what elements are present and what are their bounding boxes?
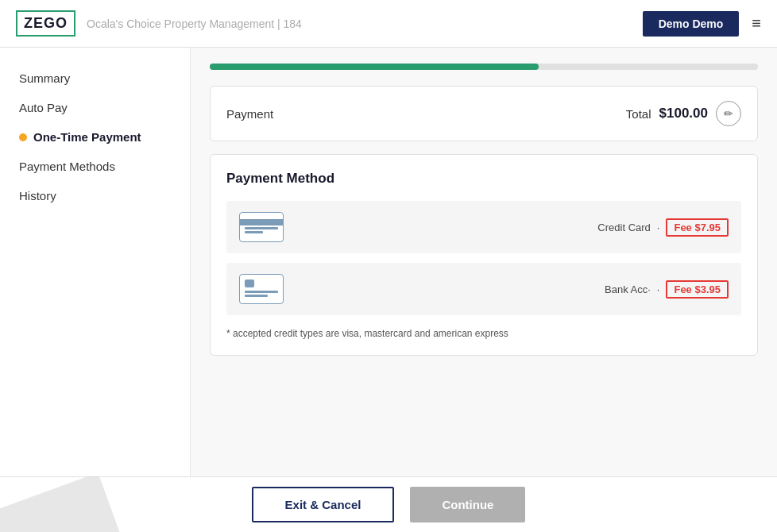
credit-card-icon — [239, 212, 284, 242]
payment-summary-card: Payment Total $100.00 ✏ — [210, 86, 758, 141]
progress-bar-container — [210, 64, 758, 70]
footer-decoration — [0, 476, 159, 532]
sidebar-label-summary: Summary — [19, 71, 70, 85]
bank-account-icon — [239, 274, 284, 304]
total-label: Total — [626, 107, 651, 121]
footer: Exit & Cancel Continue — [0, 476, 777, 532]
sidebar: Summary Auto Pay One-Time Payment Paymen… — [0, 48, 191, 476]
sidebar-label-payment-methods: Payment Methods — [19, 160, 115, 173]
bank-account-label: Bank Acc· — [605, 283, 651, 295]
sidebar-item-auto-pay[interactable]: Auto Pay — [0, 93, 190, 122]
sidebar-label-one-time-payment: One-Time Payment — [33, 130, 141, 144]
bank-account-right: Bank Acc· · Fee $3.95 — [605, 280, 729, 299]
main-layout: Summary Auto Pay One-Time Payment Paymen… — [0, 48, 777, 476]
payment-total: Total $100.00 ✏ — [626, 101, 741, 126]
sidebar-item-one-time-payment[interactable]: One-Time Payment — [0, 122, 190, 152]
sidebar-label-history: History — [19, 189, 56, 202]
sidebar-label-auto-pay: Auto Pay — [19, 101, 68, 114]
credit-card-separator: · — [657, 222, 660, 233]
sidebar-item-payment-methods[interactable]: Payment Methods — [0, 152, 190, 181]
bank-account-fee: Fee $3.95 — [666, 280, 729, 299]
continue-button[interactable]: Continue — [410, 487, 525, 522]
payment-label: Payment — [226, 107, 273, 121]
accepted-note: * accepted credit types are visa, master… — [226, 328, 741, 339]
payment-method-card: Payment Method Credit Card · Fee $7.9 — [210, 154, 758, 356]
sidebar-item-summary[interactable]: Summary — [0, 64, 190, 93]
exit-cancel-button[interactable]: Exit & Cancel — [252, 487, 395, 522]
app-header: ZEGO Ocala's Choice Property Management … — [0, 0, 777, 48]
main-content: Payment Total $100.00 ✏ Payment Method — [191, 48, 777, 476]
company-name: Ocala's Choice Property Management | 184 — [87, 17, 302, 30]
logo: ZEGO — [16, 10, 75, 37]
credit-card-option[interactable]: Credit Card · Fee $7.95 — [226, 201, 741, 253]
edit-button[interactable]: ✏ — [716, 101, 741, 126]
header-right: Demo Demo ≡ — [643, 11, 761, 37]
payment-amount: $100.00 — [659, 106, 708, 121]
menu-icon[interactable]: ≡ — [752, 14, 761, 33]
active-indicator-icon — [19, 133, 27, 141]
bank-account-option[interactable]: Bank Acc· · Fee $3.95 — [226, 263, 741, 315]
credit-card-fee: Fee $7.95 — [666, 218, 729, 237]
payment-method-title: Payment Method — [226, 171, 741, 187]
user-button[interactable]: Demo Demo — [643, 11, 740, 37]
credit-card-right: Credit Card · Fee $7.95 — [597, 218, 729, 237]
bank-separator: · — [657, 283, 660, 295]
payment-summary-row: Payment Total $100.00 ✏ — [211, 87, 757, 141]
progress-bar-fill — [210, 64, 539, 70]
credit-card-label: Credit Card — [597, 222, 650, 233]
edit-icon: ✏ — [724, 107, 733, 120]
header-left: ZEGO Ocala's Choice Property Management … — [16, 10, 302, 37]
sidebar-item-history[interactable]: History — [0, 181, 190, 210]
